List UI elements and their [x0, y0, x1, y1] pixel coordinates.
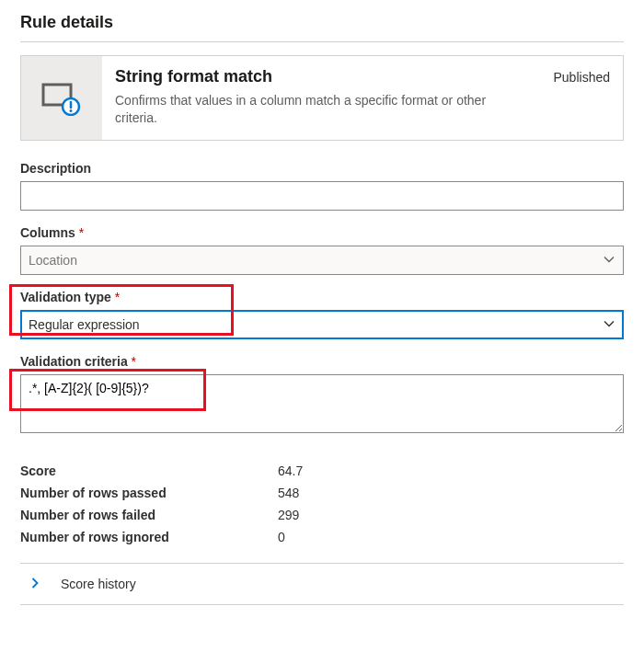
rule-summary-card: String format match Published Confirms t…	[20, 55, 624, 141]
stats-row-score: Score 64.7	[20, 460, 624, 482]
rule-description: Confirms that values in a column match a…	[115, 92, 501, 127]
stats-label: Number of rows ignored	[20, 530, 278, 544]
stats-value: 548	[278, 486, 299, 500]
divider	[20, 604, 624, 605]
stats-label: Number of rows failed	[20, 508, 278, 522]
stats-row-ignored: Number of rows ignored 0	[20, 526, 624, 548]
stats-value: 299	[278, 508, 299, 522]
score-history-expander[interactable]: Score history	[20, 564, 624, 604]
description-label: Description	[20, 161, 624, 176]
stats-label: Number of rows passed	[20, 486, 278, 500]
stats-value: 0	[278, 530, 285, 544]
description-input[interactable]	[20, 181, 624, 211]
field-columns: Columns Location	[20, 225, 624, 275]
chevron-right-icon	[29, 577, 40, 591]
validation-criteria-input[interactable]	[20, 374, 624, 433]
field-validation-type: Validation type Regular expression	[20, 290, 624, 339]
columns-select-value: Location	[29, 253, 77, 268]
divider	[20, 41, 624, 42]
rule-status: Published	[554, 70, 611, 85]
svg-point-3	[70, 109, 73, 112]
columns-select[interactable]: Location	[20, 246, 624, 275]
columns-label: Columns	[20, 225, 624, 240]
stats-label: Score	[20, 463, 278, 478]
stats-value: 64.7	[278, 463, 303, 478]
validation-type-select[interactable]: Regular expression	[20, 310, 624, 339]
stats-block: Score 64.7 Number of rows passed 548 Num…	[20, 460, 624, 548]
field-validation-criteria: Validation criteria	[20, 354, 624, 436]
field-description: Description	[20, 161, 624, 211]
stats-row-passed: Number of rows passed 548	[20, 482, 624, 504]
validation-type-label: Validation type	[20, 290, 624, 304]
format-alert-icon	[41, 79, 82, 116]
score-history-label: Score history	[61, 577, 136, 591]
rule-type-icon	[21, 56, 102, 140]
page-title: Rule details	[20, 13, 624, 41]
validation-type-select-value: Regular expression	[29, 317, 140, 332]
stats-row-failed: Number of rows failed 299	[20, 504, 624, 526]
validation-criteria-label: Validation criteria	[20, 354, 624, 369]
rule-title: String format match	[115, 67, 272, 86]
